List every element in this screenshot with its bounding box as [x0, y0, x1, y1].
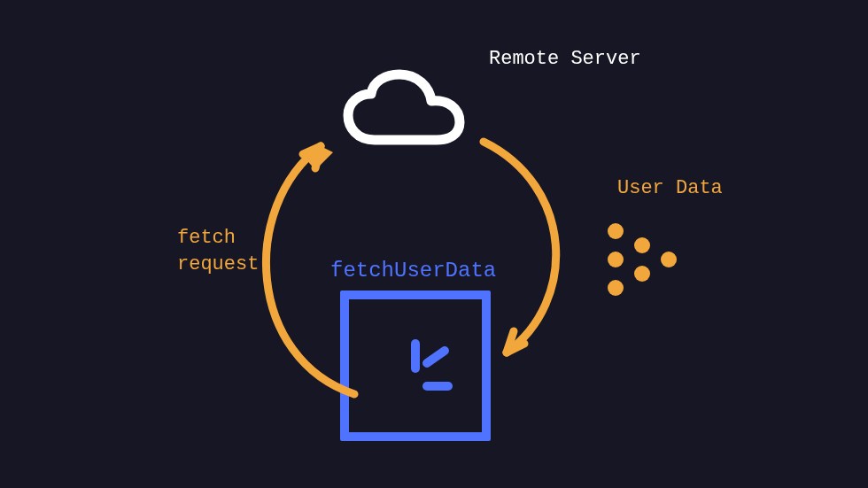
- svg-line-6: [507, 344, 524, 352]
- dot-icon: [661, 252, 677, 267]
- svg-line-7: [507, 331, 514, 352]
- data-stream-dots: [608, 220, 705, 317]
- svg-marker-3: [305, 146, 333, 170]
- diagram-stage: Remote Server User Data fetch request fe…: [0, 0, 868, 488]
- svg-line-5: [315, 146, 321, 168]
- fetch-request-label: fetch request: [177, 225, 259, 277]
- svg-line-4: [303, 146, 321, 154]
- remote-server-label: Remote Server: [489, 46, 641, 73]
- dot-icon: [634, 266, 650, 282]
- terminal-icon: [340, 290, 491, 441]
- cloud-icon: [341, 69, 467, 149]
- user-data-label: User Data: [617, 175, 723, 202]
- dot-icon: [608, 252, 624, 267]
- dot-icon: [634, 237, 650, 253]
- svg-line-1: [427, 351, 445, 363]
- response-arrow: [484, 142, 556, 352]
- dot-icon: [608, 280, 624, 296]
- dot-icon: [608, 223, 624, 239]
- fetch-user-data-label: fetchUserData: [330, 257, 496, 285]
